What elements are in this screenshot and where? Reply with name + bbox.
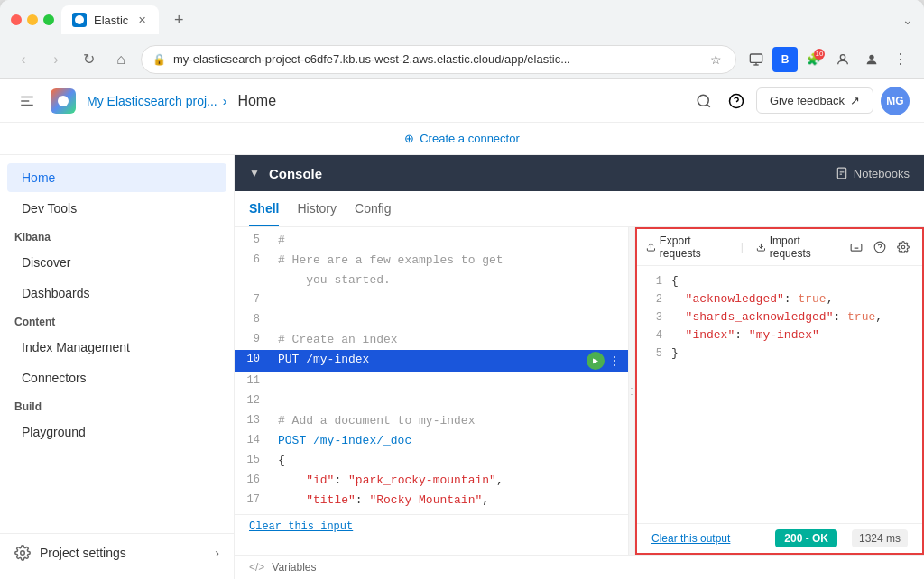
sidebar-item-discover-label: Discover: [22, 255, 212, 270]
variables-bar[interactable]: </> Variables: [235, 555, 924, 579]
console-toggle-button[interactable]: ▼: [249, 167, 260, 179]
svg-line-10: [707, 104, 709, 106]
sidebar-section-content: Content: [0, 308, 234, 332]
bitwarden-icon[interactable]: B: [772, 47, 798, 72]
connector-icon: ⊕: [404, 132, 414, 145]
editor-bottom-bar: Clear this input: [235, 514, 628, 538]
sidebar-item-home-label: Home: [22, 170, 212, 185]
main-area: Home Dev Tools Kibana Discover Dashboard…: [0, 155, 924, 579]
reload-button[interactable]: ↻: [76, 47, 101, 72]
new-tab-button[interactable]: +: [166, 7, 191, 32]
more-options-button[interactable]: ⋮: [888, 47, 913, 72]
breadcrumb[interactable]: My Elasticsearch proj... ›: [87, 94, 226, 108]
notebooks-label: Notebooks: [854, 167, 910, 180]
export-requests-button[interactable]: Export requests: [646, 234, 728, 260]
tab-history[interactable]: History: [297, 192, 337, 226]
sidebar-item-dashboards[interactable]: Dashboards: [7, 279, 226, 308]
sidebar-item-playground-label: Playground: [22, 425, 212, 439]
svg-point-23: [901, 245, 905, 249]
output-line-1: 1 {: [644, 273, 915, 291]
tab-close-button[interactable]: ✕: [135, 14, 148, 26]
window-controls: ⌄: [902, 13, 913, 27]
output-line-5: 5 }: [644, 345, 915, 363]
keyboard-shortcut-icon[interactable]: [846, 237, 866, 257]
svg-rect-20: [851, 244, 862, 252]
project-settings-item[interactable]: Project settings ›: [0, 534, 234, 572]
code-line-17: 17 "title": "Rocky Mountain",: [235, 491, 628, 510]
close-window-button[interactable]: [11, 14, 22, 25]
sidebar-item-index-management[interactable]: Index Management: [7, 333, 226, 362]
code-editor[interactable]: 5 # 6 # Here are a few examples to get y…: [235, 227, 628, 555]
more-actions-button[interactable]: ⋮: [608, 354, 621, 369]
code-line-11: 11: [235, 372, 628, 391]
external-link-icon: ↗: [850, 94, 860, 107]
console-title: Console: [269, 166, 322, 181]
code-line-14: 14 POST /my-index/_doc: [235, 431, 628, 451]
sidebar-item-dev-tools[interactable]: Dev Tools: [7, 194, 226, 223]
window-menu-button[interactable]: ⌄: [902, 13, 913, 27]
feedback-label: Give feedback: [770, 94, 845, 107]
code-line-5: 5 #: [235, 231, 628, 251]
sidebar-item-playground[interactable]: Playground: [7, 418, 226, 446]
sidebar-item-discover[interactable]: Discover: [7, 248, 226, 277]
import-requests-button[interactable]: Import requests: [756, 234, 837, 260]
code-line-6: 6 # Here are a few examples to get: [235, 251, 628, 271]
clear-input-button[interactable]: Clear this input: [249, 520, 353, 533]
console-area: ▼ Console Notebooks Shell Hi: [235, 155, 924, 579]
top-right-actions: Give feedback ↗ MG: [691, 87, 910, 115]
variables-icon: </>: [249, 561, 264, 574]
sidebar-collapse-button[interactable]: [14, 88, 40, 114]
forward-button[interactable]: ›: [43, 47, 69, 72]
bookmark-icon[interactable]: ☆: [707, 51, 725, 69]
search-button[interactable]: [691, 88, 716, 114]
current-page-label: Home: [237, 93, 276, 109]
settings-output-icon[interactable]: [893, 237, 913, 257]
sidebar-section-kibana: Kibana: [0, 224, 234, 247]
browser-tab-elastic[interactable]: Elastic ✕: [61, 5, 159, 34]
code-line-16: 16 "id": "park_rocky-mountain",: [235, 471, 628, 491]
give-feedback-button[interactable]: Give feedback ↗: [756, 87, 873, 114]
output-line-3: 3 "shards_acknowledged": true,: [644, 309, 915, 327]
screen-search-icon[interactable]: [744, 47, 769, 72]
import-label: Import requests: [770, 234, 837, 260]
variables-label: Variables: [272, 561, 316, 574]
sidebar-item-home[interactable]: Home: [7, 163, 226, 192]
notebooks-button[interactable]: Notebooks: [836, 167, 910, 180]
tab-shell[interactable]: Shell: [249, 192, 279, 226]
profile-icon[interactable]: [830, 47, 855, 72]
sidebar-item-connectors[interactable]: Connectors: [7, 363, 226, 392]
code-line-10: 10 PUT /my-index ▶ ⋮: [235, 350, 628, 372]
sidebar-item-dashboards-label: Dashboards: [22, 286, 212, 300]
output-header: Export requests | Import requests: [637, 229, 922, 266]
status-badge: 200 - OK: [775, 529, 837, 547]
output-line-2: 2 "acknowledged": true,: [644, 291, 915, 309]
app-logo: [51, 88, 76, 114]
extension-icon[interactable]: 🧩 10: [801, 47, 827, 72]
avatar-icon[interactable]: [859, 47, 884, 72]
url-bar[interactable]: 🔒 my-elasticsearch-project-c6dfe7.kb.us-…: [141, 45, 736, 74]
project-name: My Elasticsearch proj...: [87, 94, 217, 108]
console-header: ▼ Console Notebooks: [235, 155, 924, 191]
svg-point-4: [869, 54, 873, 59]
sidebar-section-build: Build: [0, 393, 234, 417]
app-content: My Elasticsearch proj... › Home Give fee…: [0, 79, 924, 579]
sidebar-item-dev-tools-label: Dev Tools: [22, 201, 212, 216]
help-output-icon[interactable]: [870, 237, 890, 257]
pane-divider[interactable]: ⋮: [628, 227, 635, 555]
clear-output-button[interactable]: Clear this output: [651, 532, 730, 545]
code-line-7: 7: [235, 290, 628, 310]
connector-banner[interactable]: ⊕ Create a connector: [0, 123, 924, 155]
run-button[interactable]: ▶: [587, 352, 605, 370]
tab-config[interactable]: Config: [355, 192, 391, 226]
sidebar-bottom: Project settings ›: [0, 533, 234, 572]
project-settings-chevron: ›: [215, 546, 219, 560]
minimize-window-button[interactable]: [27, 14, 38, 25]
help-button[interactable]: [724, 88, 749, 114]
browser-frame: Elastic ✕ + ⌄ ‹ › ↻ ⌂ 🔒 my-elasticsearch…: [0, 0, 924, 579]
code-line-6b: you started.: [235, 271, 628, 290]
maximize-window-button[interactable]: [43, 14, 54, 25]
back-button[interactable]: ‹: [11, 47, 36, 72]
home-button[interactable]: ⌂: [108, 47, 134, 72]
user-avatar[interactable]: MG: [881, 87, 910, 115]
address-bar: ‹ › ↻ ⌂ 🔒 my-elasticsearch-project-c6dfe…: [0, 40, 924, 79]
